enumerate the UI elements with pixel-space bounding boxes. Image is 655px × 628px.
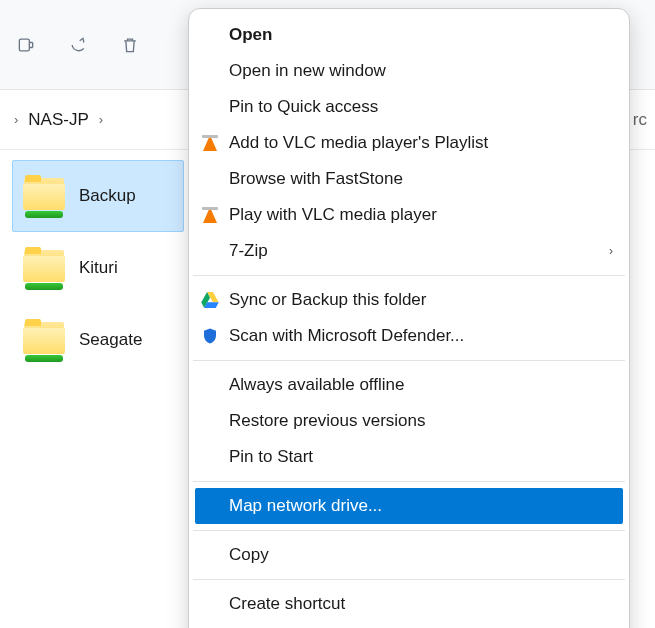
menu-item-label: Play with VLC media player	[229, 205, 437, 225]
cut-icon[interactable]	[14, 33, 38, 57]
menu-item-label: Copy	[229, 545, 269, 565]
menu-item-copy[interactable]: Copy	[189, 537, 629, 573]
menu-separator	[193, 481, 625, 482]
menu-separator	[193, 579, 625, 580]
menu-item-label: Pin to Start	[229, 447, 313, 467]
menu-item-always-available-offline[interactable]: Always available offline	[189, 367, 629, 403]
menu-item-label: Always available offline	[229, 375, 404, 395]
menu-item-label: Add to VLC media player's Playlist	[229, 133, 488, 153]
menu-item-label: Restore previous versions	[229, 411, 426, 431]
menu-item-label: Open	[229, 25, 272, 45]
folder-item-seagate[interactable]: Seagate	[12, 304, 184, 376]
menu-item-label: Map network drive...	[229, 496, 382, 516]
delete-icon[interactable]	[118, 33, 142, 57]
chevron-right-icon: ›	[14, 112, 18, 127]
menu-separator	[193, 530, 625, 531]
folder-label: Backup	[79, 186, 136, 206]
context-menu: OpenOpen in new windowPin to Quick acces…	[188, 8, 630, 628]
menu-item-scan-with-microsoft-defender[interactable]: Scan with Microsoft Defender...	[189, 318, 629, 354]
menu-item-label: Open in new window	[229, 61, 386, 81]
menu-item-map-network-drive[interactable]: Map network drive...	[195, 488, 623, 524]
share-icon[interactable]	[66, 33, 90, 57]
shield-icon	[199, 325, 221, 347]
menu-item-label: Scan with Microsoft Defender...	[229, 326, 464, 346]
vlc-icon	[199, 132, 221, 154]
menu-item-add-to-vlc-media-player-s-playlist[interactable]: Add to VLC media player's Playlist	[189, 125, 629, 161]
menu-item-open-in-new-window[interactable]: Open in new window	[189, 53, 629, 89]
chevron-right-icon: ›	[99, 112, 103, 127]
menu-item-open[interactable]: Open	[189, 17, 629, 53]
network-folder-icon	[23, 176, 65, 216]
menu-separator	[193, 360, 625, 361]
menu-item-label: Create shortcut	[229, 594, 345, 614]
menu-item-play-with-vlc-media-player[interactable]: Play with VLC media player	[189, 197, 629, 233]
menu-item-label: 7-Zip	[229, 241, 268, 261]
folder-label: Seagate	[79, 330, 142, 350]
vlc-icon	[199, 204, 221, 226]
folder-item-backup[interactable]: Backup	[12, 160, 184, 232]
network-folder-icon	[23, 320, 65, 360]
folder-item-kituri[interactable]: Kituri	[12, 232, 184, 304]
svg-rect-0	[19, 39, 29, 51]
menu-item-7-zip[interactable]: 7-Zip›	[189, 233, 629, 269]
menu-item-pin-to-quick-access[interactable]: Pin to Quick access	[189, 89, 629, 125]
menu-separator	[193, 275, 625, 276]
breadcrumb-location[interactable]: NAS-JP	[28, 110, 88, 130]
menu-item-create-shortcut[interactable]: Create shortcut	[189, 586, 629, 622]
menu-item-pin-to-start[interactable]: Pin to Start	[189, 439, 629, 475]
chevron-right-icon: ›	[609, 244, 613, 258]
menu-item-sync-or-backup-this-folder[interactable]: Sync or Backup this folder	[189, 282, 629, 318]
folder-label: Kituri	[79, 258, 118, 278]
menu-item-label: Browse with FastStone	[229, 169, 403, 189]
menu-item-label: Pin to Quick access	[229, 97, 378, 117]
gdrive-icon	[199, 289, 221, 311]
menu-item-label: Sync or Backup this folder	[229, 290, 426, 310]
network-folder-icon	[23, 248, 65, 288]
menu-item-restore-previous-versions[interactable]: Restore previous versions	[189, 403, 629, 439]
partial-text: rc	[633, 110, 647, 130]
menu-item-browse-with-faststone[interactable]: Browse with FastStone	[189, 161, 629, 197]
